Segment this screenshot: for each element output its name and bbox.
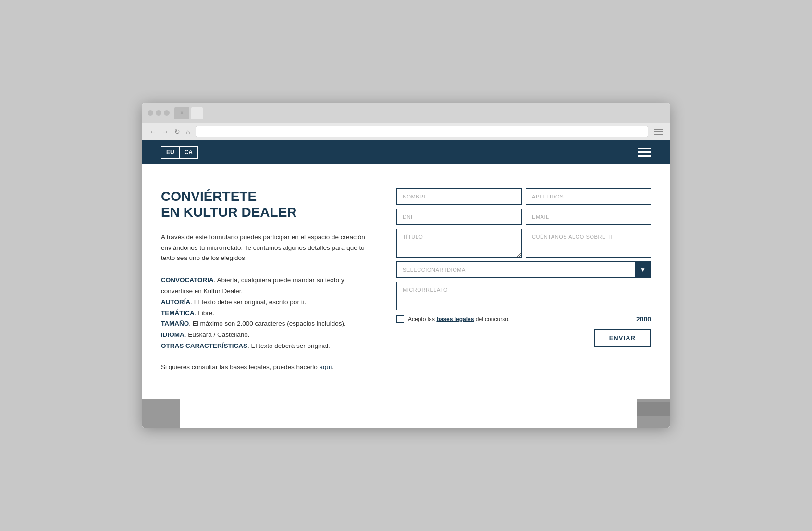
tab-active[interactable]: [191, 107, 203, 119]
bottom-bars: [142, 399, 670, 428]
cuéntanos-textarea[interactable]: [526, 229, 651, 258]
dot-minimize[interactable]: [156, 110, 161, 116]
tab-close-icon[interactable]: ×: [180, 110, 184, 116]
accept-terms-row: Acepto las bases legales del concurso.: [396, 315, 510, 323]
hamburger-menu-button[interactable]: [638, 148, 651, 157]
browser-menu-button[interactable]: [652, 127, 664, 136]
hamburger-line-2: [638, 151, 651, 153]
nav-buttons: ← → ↻ ⌂: [148, 127, 192, 136]
lang-eu-button[interactable]: EU: [161, 147, 179, 158]
otras-item: OTRAS CARACTERÍSTICAS. El texto deberá s…: [161, 341, 368, 352]
hamburger-line-1: [638, 148, 651, 149]
titulo-textarea[interactable]: [396, 229, 522, 258]
browser-window: × ← → ↻ ⌂ EU CA: [142, 103, 670, 429]
main-content: CONVIÉRTETE EN KULTUR DEALER A través de…: [142, 164, 670, 400]
registration-form: SELECCIONAR IDIOMA EUSKARA CASTELLANO ▼ …: [396, 188, 651, 371]
lang-ca-button[interactable]: CA: [180, 147, 197, 158]
tab-inactive[interactable]: ×: [174, 107, 189, 119]
bases-legales-link[interactable]: bases legales: [436, 316, 474, 322]
menu-line-1: [654, 129, 663, 130]
convocatoria-item: CONVOCATORIA. Abierta, cualquiera puede …: [161, 275, 368, 297]
legal-text: Si quieres consultar las bases legales, …: [161, 363, 368, 370]
browser-toolbar: ← → ↻ ⌂: [142, 123, 670, 140]
idioma-select-wrapper: SELECCIONAR IDIOMA EUSKARA CASTELLANO ▼: [396, 261, 651, 278]
titulo-cuéntanos-row: [396, 229, 651, 258]
tematica-item: TEMÁTICA. Libre.: [161, 308, 368, 319]
right-grey-inner: [637, 402, 670, 416]
microrrelato-row: [396, 282, 651, 310]
autoria-item: AUTORÍA. El texto debe ser original, esc…: [161, 297, 368, 308]
menu-line-3: [654, 134, 663, 135]
home-button[interactable]: ⌂: [184, 127, 192, 136]
email-input[interactable]: [526, 209, 651, 225]
info-list: CONVOCATORIA. Abierta, cualquiera puede …: [161, 275, 368, 352]
legal-link[interactable]: aquí: [319, 363, 332, 370]
left-grey-bar: [142, 399, 180, 428]
accept-text: Acepto las bases legales del concurso.: [408, 316, 510, 322]
form-footer: Acepto las bases legales del concurso. 2…: [396, 315, 651, 323]
forward-button[interactable]: →: [160, 127, 171, 136]
site-nav: EU CA: [142, 140, 670, 164]
address-bar[interactable]: [196, 126, 648, 137]
submit-row: ENVIAR: [396, 329, 651, 347]
submit-button[interactable]: ENVIAR: [594, 329, 651, 347]
select-arrow-icon: ▼: [635, 262, 651, 277]
nombre-input[interactable]: [396, 188, 522, 205]
left-column: CONVIÉRTETE EN KULTUR DEALER A través de…: [161, 188, 368, 371]
refresh-button[interactable]: ↻: [172, 127, 182, 136]
name-row: [396, 188, 651, 205]
browser-tab-area: ×: [174, 107, 664, 119]
back-button[interactable]: ←: [148, 127, 158, 136]
menu-line-2: [654, 131, 663, 132]
language-switcher: EU CA: [161, 146, 198, 159]
idioma-select[interactable]: SELECCIONAR IDIOMA EUSKARA CASTELLANO: [397, 262, 635, 277]
intro-text: A través de este formulario puedes parti…: [161, 232, 368, 263]
dni-input[interactable]: [396, 209, 522, 225]
hamburger-line-3: [638, 155, 651, 157]
right-grey-bar: [637, 399, 670, 428]
browser-chrome: ×: [142, 103, 670, 123]
accept-checkbox[interactable]: [396, 315, 404, 323]
microrrelato-textarea[interactable]: [396, 282, 651, 310]
apellidos-input[interactable]: [526, 188, 651, 205]
tamano-item: TAMAÑO. El máximo son 2.000 caracteres (…: [161, 319, 368, 330]
idioma-row: SELECCIONAR IDIOMA EUSKARA CASTELLANO ▼: [396, 261, 651, 278]
dni-email-row: [396, 209, 651, 225]
dot-maximize[interactable]: [164, 110, 170, 116]
page-title: CONVIÉRTETE EN KULTUR DEALER: [161, 188, 368, 221]
browser-dots: [148, 110, 170, 116]
dot-close[interactable]: [148, 110, 153, 116]
url-input[interactable]: [201, 128, 643, 135]
character-count: 2000: [636, 315, 651, 323]
idioma-item: IDIOMA. Euskara / Castellano.: [161, 330, 368, 341]
